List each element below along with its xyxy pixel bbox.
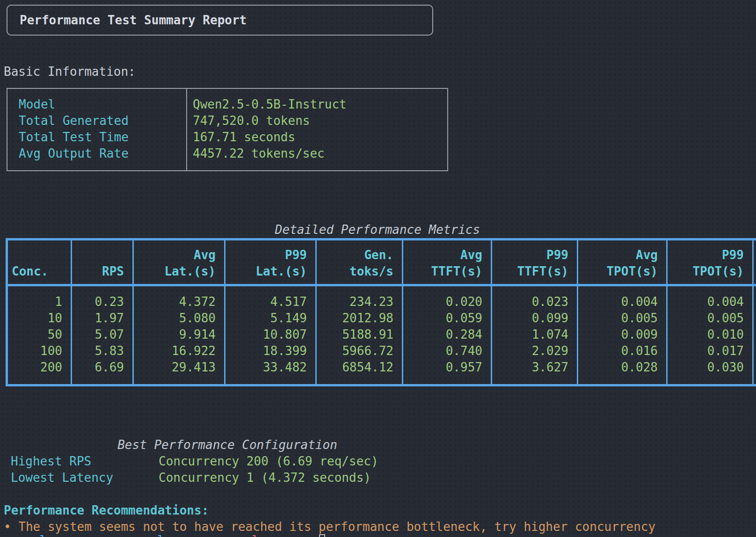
metrics-table-title: Detailed Performance Metrics (6, 222, 749, 238)
metrics-cell: 100 (7, 343, 72, 359)
metrics-cell: 100.0% (753, 359, 756, 385)
metrics-table: Conc.RPSAvgLat.(s)P99Lat.(s)Gen.toks/sAv… (6, 238, 756, 386)
metrics-cell: 0.059 (403, 310, 492, 327)
basic-info-label: Model (19, 96, 186, 113)
basic-info-values-column: Qwen2.5-0.5B-Instruct747,520.0 tokens167… (187, 89, 447, 170)
prompt-segment: l (39, 532, 47, 537)
best-config-title: Best Performance Configuration (0, 437, 455, 453)
metrics-cell: 0.099 (492, 310, 578, 327)
basic-info-label: Total Generated (19, 113, 186, 129)
terminal-prompt-partial: >lll (0, 532, 756, 537)
best-config-label: Highest RPS (11, 453, 159, 470)
metrics-cell: 234.23 (316, 285, 403, 311)
metrics-cell: 0.005 (667, 310, 753, 327)
metrics-data-row: 101.975.0805.1492012.980.0590.0990.0050.… (7, 310, 756, 327)
basic-info-value: 4457.22 tokens/sec (193, 145, 447, 162)
metrics-cell: 16.922 (133, 343, 225, 359)
metrics-column-header: AvgTTFT(s) (403, 239, 492, 285)
metrics-cell: 2012.98 (316, 310, 403, 327)
report-title-panel: Performance Test Summary Report (7, 5, 433, 36)
metrics-column-header: AvgTPOT(s) (578, 239, 667, 285)
terminal-cursor (319, 534, 325, 537)
metrics-cell: 50 (7, 327, 72, 343)
basic-information-heading: Basic Information: (4, 64, 136, 80)
metrics-cell: 9.914 (133, 327, 225, 343)
basic-info-value: 747,520.0 tokens (193, 113, 447, 129)
basic-info-label: Avg Output Rate (19, 145, 186, 162)
metrics-cell: 100.0% (753, 343, 756, 359)
metrics-cell: 5.149 (225, 310, 316, 327)
metrics-column-header: RPS (72, 239, 133, 285)
metrics-table-container: Conc.RPSAvgLat.(s)P99Lat.(s)Gen.toks/sAv… (6, 238, 749, 386)
metrics-header-row: Conc.RPSAvgLat.(s)P99Lat.(s)Gen.toks/sAv… (7, 239, 756, 285)
metrics-cell: 10.807 (225, 327, 316, 343)
metrics-cell: 5.83 (72, 343, 133, 359)
metrics-cell: 0.23 (72, 285, 133, 311)
best-config-value: Concurrency 200 (6.69 req/sec) (159, 454, 378, 468)
metrics-cell: 2.029 (492, 343, 578, 359)
metrics-cell: 18.399 (225, 343, 316, 359)
metrics-cell: 4.517 (225, 285, 316, 311)
metrics-cell: 29.413 (133, 359, 225, 385)
metrics-cell: 0.004 (578, 285, 667, 311)
metrics-column-header: SuccessRate (753, 239, 756, 285)
metrics-column-header: P99Lat.(s) (225, 239, 316, 285)
metrics-data-row: 505.079.91410.8075188.910.2841.0740.0090… (7, 327, 756, 343)
metrics-cell: 1.97 (72, 310, 133, 327)
metrics-cell: 0.009 (578, 327, 667, 343)
metrics-cell: 0.284 (403, 327, 492, 343)
basic-info-labels-column: ModelTotal GeneratedTotal Test TimeAvg O… (7, 89, 187, 170)
metrics-cell: 0.957 (403, 359, 492, 385)
basic-info-value: 167.71 seconds (193, 129, 447, 145)
best-config-value: Concurrency 1 (4.372 seconds) (159, 471, 371, 485)
metrics-cell: 0.023 (492, 285, 578, 311)
metrics-cell: 6854.12 (316, 359, 403, 385)
metrics-cell: 0.017 (667, 343, 753, 359)
metrics-table-body: 10.234.3724.517234.230.0200.0230.0040.00… (7, 285, 756, 385)
metrics-cell: 10 (7, 310, 72, 327)
basic-info-label: Total Test Time (19, 129, 186, 145)
metrics-cell: 0.016 (578, 343, 667, 359)
metrics-cell: 0.004 (667, 285, 753, 311)
basic-info-value: Qwen2.5-0.5B-Instruct (193, 96, 447, 113)
metrics-data-row: 1005.8316.92218.3995966.720.7402.0290.01… (7, 343, 756, 359)
basic-information-panel: ModelTotal GeneratedTotal Test TimeAvg O… (7, 88, 448, 171)
prompt-segment: l (252, 532, 259, 537)
best-config-rows: Highest RPSConcurrency 200 (6.69 req/sec… (11, 453, 378, 486)
best-config-label: Lowest Latency (11, 470, 159, 486)
metrics-column-header: P99TTFT(s) (492, 239, 578, 285)
best-config-row: Lowest LatencyConcurrency 1 (4.372 secon… (11, 470, 378, 486)
metrics-cell: 0.005 (578, 310, 667, 327)
metrics-cell: 100.0% (753, 285, 756, 311)
metrics-cell: 0.020 (403, 285, 492, 311)
metrics-cell: 200 (7, 359, 72, 385)
metrics-cell: 5.080 (133, 310, 225, 327)
metrics-cell: 33.482 (225, 359, 316, 385)
metrics-column-header: P99TPOT(s) (667, 239, 753, 285)
best-config-row: Highest RPSConcurrency 200 (6.69 req/sec… (11, 453, 378, 470)
metrics-column-header: Conc. (7, 239, 72, 285)
metrics-cell: 3.627 (492, 359, 578, 385)
metrics-cell: 1 (7, 285, 72, 311)
recommendations-heading: Performance Recommendations: (4, 502, 209, 519)
prompt-segment: > (2, 532, 9, 537)
metrics-data-row: 10.234.3724.517234.230.0200.0230.0040.00… (7, 285, 756, 311)
metrics-cell: 4.372 (133, 285, 225, 311)
prompt-segment: l (157, 532, 165, 537)
metrics-cell: 100.0% (753, 327, 756, 343)
metrics-cell: 0.740 (403, 343, 492, 359)
metrics-column-header: Gen.toks/s (316, 239, 403, 285)
metrics-cell: 0.010 (667, 327, 753, 343)
report-title: Performance Test Summary Report (20, 12, 247, 29)
metrics-cell: 5.07 (72, 327, 133, 343)
metrics-cell: 100.0% (753, 310, 756, 327)
metrics-cell: 1.074 (492, 327, 578, 343)
metrics-cell: 6.69 (72, 359, 133, 385)
metrics-cell: 5188.91 (316, 327, 403, 343)
metrics-cell: 5966.72 (316, 343, 403, 359)
terminal-screen: { "title_panel": { "title": "Performance… (0, 0, 756, 537)
metrics-cell: 0.030 (667, 359, 753, 385)
metrics-cell: 0.028 (578, 359, 667, 385)
metrics-column-header: AvgLat.(s) (133, 239, 225, 285)
metrics-data-row: 2006.6929.41333.4826854.120.9573.6270.02… (7, 359, 756, 385)
